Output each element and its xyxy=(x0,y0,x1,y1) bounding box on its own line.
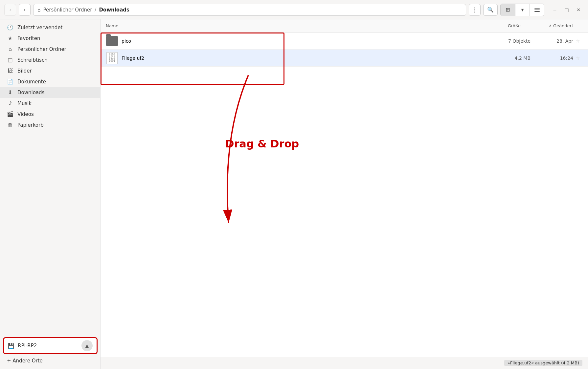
recent-icon: 🕐 xyxy=(7,24,13,31)
eject-button[interactable]: ▲ xyxy=(81,340,93,351)
minimize-icon: − xyxy=(553,7,557,12)
sidebar-label-music: Musik xyxy=(17,100,94,106)
view-toggle: ⊞ ▾ xyxy=(500,4,544,16)
list-view-button[interactable] xyxy=(530,4,544,16)
file-size: 7 Objekte xyxy=(491,38,531,44)
table-row[interactable]: 010001101001 Fliege.uf2 4,2 MB 16:24 ☆ xyxy=(101,50,588,67)
device-name: RPI-RP2 xyxy=(18,343,37,349)
trash-icon: 🗑 xyxy=(7,122,13,128)
window-controls: − □ ✕ xyxy=(550,5,584,15)
sidebar-item-desktop[interactable]: □ Schreibtisch xyxy=(0,54,100,65)
sidebar-item-favorites[interactable]: ★ Favoriten xyxy=(0,33,100,44)
sidebar-label-recent: Zuletzt verwendet xyxy=(17,25,94,31)
table-row[interactable]: pico 7 Objekte 28. Apr ☆ xyxy=(101,33,588,50)
main-content: 🕐 Zuletzt verwendet ★ Favoriten ⌂ Persön… xyxy=(0,19,588,369)
home-icon: ⌂ xyxy=(37,7,41,13)
pictures-icon: 🖼 xyxy=(7,68,13,74)
maximize-button[interactable]: □ xyxy=(561,5,572,15)
star-button[interactable]: ☆ xyxy=(573,38,582,44)
grid-icon: ⊞ xyxy=(506,7,510,13)
documents-icon: 📄 xyxy=(7,78,13,85)
file-size: 4,2 MB xyxy=(491,55,531,61)
sidebar-label-favorites: Favoriten xyxy=(17,35,94,41)
sidebar-label-trash: Papierkorb xyxy=(17,122,94,128)
close-icon: ✕ xyxy=(577,7,580,12)
file-name: Fliege.uf2 xyxy=(122,55,491,61)
sidebar-label-pictures: Bilder xyxy=(17,68,94,74)
forward-button[interactable]: › xyxy=(19,4,31,16)
view-dropdown-button[interactable]: ▾ xyxy=(515,4,530,16)
downloads-icon: ⬇ xyxy=(7,89,13,96)
chevron-down-icon: ▾ xyxy=(521,7,524,13)
drive-icon: 💾 xyxy=(8,343,14,349)
sidebar-other-places[interactable]: + Andere Orte xyxy=(0,356,100,366)
sidebar-item-trash[interactable]: 🗑 Papierkorb xyxy=(0,119,100,130)
sidebar-item-music[interactable]: ♪ Musik xyxy=(0,98,100,109)
grid-view-button[interactable]: ⊞ xyxy=(501,4,515,16)
star-button[interactable]: ☆ xyxy=(573,55,582,61)
sidebar-item-home[interactable]: ⌂ Persönlicher Ordner xyxy=(0,44,100,54)
sidebar-label-home: Persönlicher Ordner xyxy=(17,46,94,52)
context-menu-button[interactable]: ⋮ xyxy=(469,4,481,16)
sort-indicator: ∧ xyxy=(549,23,552,28)
sidebar-item-downloads[interactable]: ⬇ Downloads xyxy=(0,87,100,98)
eject-icon: ▲ xyxy=(85,343,89,348)
breadcrumb-current: Downloads xyxy=(99,7,129,13)
sidebar-item-recent[interactable]: 🕐 Zuletzt verwendet xyxy=(0,22,100,33)
sidebar-item-videos[interactable]: 🎬 Videos xyxy=(0,109,100,119)
col-size-header[interactable]: Größe xyxy=(481,23,521,28)
folder-icon-wrap xyxy=(106,35,118,47)
sidebar-label-videos: Videos xyxy=(17,111,94,117)
sidebar-label-desktop: Schreibtisch xyxy=(17,57,94,63)
sidebar-item-pictures[interactable]: 🖼 Bilder xyxy=(0,65,100,76)
statusbar: »Fliege.uf2« ausgewählt (4,2 MB) xyxy=(101,357,588,369)
binary-icon-wrap: 010001101001 xyxy=(106,52,118,64)
minimize-button[interactable]: − xyxy=(550,5,560,15)
forward-icon: › xyxy=(24,7,26,12)
drag-drop-annotation: Drag & Drop xyxy=(225,138,299,150)
file-name: pico xyxy=(122,38,491,44)
file-list: pico 7 Objekte 28. Apr ☆ 010001101001 Fl… xyxy=(101,33,588,357)
sidebar-label-downloads: Downloads xyxy=(17,90,94,96)
music-icon: ♪ xyxy=(7,100,13,106)
file-area: Name Größe ∧ Geändert pico 7 O xyxy=(101,19,588,369)
search-icon: 🔍 xyxy=(487,7,494,13)
maximize-icon: □ xyxy=(564,7,569,12)
sidebar-device-rpi[interactable]: 💾 RPI-RP2 ▲ xyxy=(3,337,98,354)
hamburger-icon xyxy=(534,8,540,12)
home-folder-icon: ⌂ xyxy=(7,46,13,52)
sidebar-label-documents: Dokumente xyxy=(17,79,94,85)
col-modified-header[interactable]: ∧ Geändert xyxy=(521,23,573,28)
arrow-annotation xyxy=(202,72,261,229)
column-headers: Name Größe ∧ Geändert xyxy=(101,19,588,33)
kebab-icon: ⋮ xyxy=(472,6,478,13)
breadcrumb[interactable]: ⌂ Persönlicher Ordner / Downloads xyxy=(33,4,466,16)
file-date: 16:24 xyxy=(531,55,573,61)
file-date: 28. Apr xyxy=(531,38,573,44)
file-manager-window: ‹ › ⌂ Persönlicher Ordner / Downloads ⋮ … xyxy=(0,0,588,369)
folder-icon xyxy=(106,36,118,46)
videos-icon: 🎬 xyxy=(7,111,13,117)
back-icon: ‹ xyxy=(9,7,11,12)
breadcrumb-parent: Persönlicher Ordner xyxy=(43,7,92,13)
sidebar-item-documents[interactable]: 📄 Dokumente xyxy=(0,76,100,87)
other-places-label: + Andere Orte xyxy=(7,358,43,364)
binary-file-icon: 010001101001 xyxy=(106,52,118,64)
col-name-header[interactable]: Name xyxy=(106,23,481,28)
search-button[interactable]: 🔍 xyxy=(483,4,498,16)
back-button[interactable]: ‹ xyxy=(4,4,16,16)
desktop-icon: □ xyxy=(7,57,13,63)
close-button[interactable]: ✕ xyxy=(573,5,584,15)
titlebar: ‹ › ⌂ Persönlicher Ordner / Downloads ⋮ … xyxy=(0,0,588,19)
sidebar: 🕐 Zuletzt verwendet ★ Favoriten ⌂ Persön… xyxy=(0,19,101,369)
status-badge: »Fliege.uf2« ausgewählt (4,2 MB) xyxy=(504,360,582,366)
star-icon: ★ xyxy=(7,35,13,41)
breadcrumb-separator: / xyxy=(95,7,96,13)
